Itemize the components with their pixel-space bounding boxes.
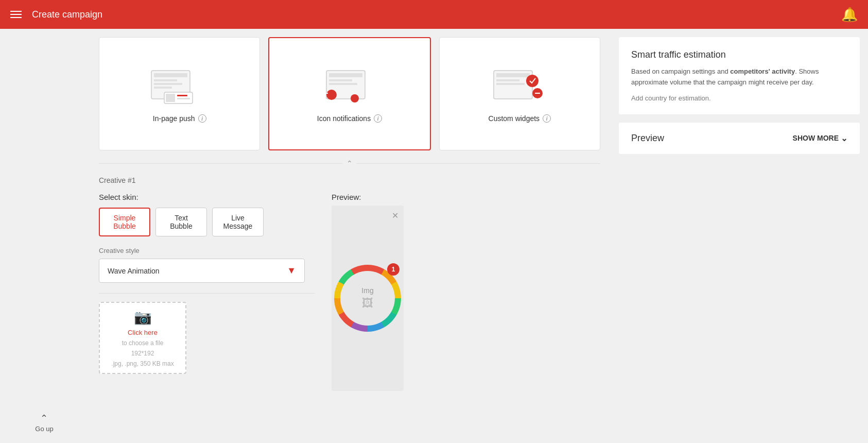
bell-icon[interactable]: 🔔 <box>841 7 858 23</box>
nav-left: Create campaign <box>10 9 102 20</box>
svg-rect-6 <box>166 94 175 102</box>
content-area: In-page push i <box>89 29 611 443</box>
smart-traffic-description: Based on campaign settings and competito… <box>631 66 847 88</box>
upload-image-icon: 📷 <box>134 309 152 326</box>
skin-buttons-row: Simple Bubble Text Bubble Live Message <box>99 208 315 236</box>
show-more-chevron-icon: ⌄ <box>841 133 847 143</box>
preview-canvas: ✕ Img 🖼 1 <box>332 206 404 391</box>
preview-panel-card: Preview SHOW MORE ⌄ <box>619 123 860 154</box>
svg-rect-19 <box>496 73 530 77</box>
in-page-push-info-icon[interactable]: i <box>198 114 206 123</box>
upload-format-text: .jpg, .png, 350 KB max <box>111 360 173 367</box>
svg-rect-14 <box>319 66 325 67</box>
preview-icon-wrapper: Img 🖼 1 <box>332 262 404 334</box>
skin-btn-text-bubble[interactable]: Text Bubble <box>155 208 207 236</box>
left-sidebar: ⌃ Go up <box>0 29 89 443</box>
icon-notifications-info-icon[interactable]: i <box>374 114 382 123</box>
svg-rect-2 <box>154 79 177 81</box>
upload-area[interactable]: 📷 Click here to choose a file 192*192 .j… <box>99 302 186 374</box>
smart-traffic-card: Smart traffic estimation Based on campai… <box>619 37 860 114</box>
style-dropdown[interactable]: Wave Animation ▼ <box>99 259 305 283</box>
svg-rect-8 <box>177 98 190 99</box>
dropdown-arrow-icon: ▼ <box>287 265 296 276</box>
section-divider <box>99 293 315 294</box>
type-cards-row: In-page push i <box>99 37 600 150</box>
preview-section: Preview: ✕ Img 🖼 1 <box>332 193 404 391</box>
wave-ring-inner: Img 🖼 <box>340 271 395 326</box>
smart-traffic-title: Smart traffic estimation <box>631 49 847 60</box>
show-more-button[interactable]: SHOW MORE ⌄ <box>793 133 847 143</box>
img-label: Img <box>361 286 373 295</box>
skin-btn-live-message[interactable]: Live Message <box>212 208 264 236</box>
in-page-push-icon <box>149 65 211 106</box>
smart-traffic-add-country: Add country for estimation. <box>631 94 847 102</box>
svg-rect-4 <box>154 87 172 89</box>
svg-point-15 <box>351 94 359 103</box>
custom-widgets-icon <box>489 65 550 106</box>
go-up-button[interactable]: ⌃ Go up <box>35 413 53 433</box>
type-card-icon-notifications[interactable]: Icon notifications i <box>268 37 430 150</box>
page-title: Create campaign <box>32 9 102 20</box>
svg-point-13 <box>326 90 337 100</box>
style-dropdown-value: Wave Animation <box>108 267 160 275</box>
go-up-label: Go up <box>35 425 53 433</box>
upload-click-text[interactable]: Click here <box>128 329 158 336</box>
preview-label: Preview: <box>332 193 404 201</box>
svg-rect-3 <box>154 83 182 85</box>
skin-btn-simple-bubble[interactable]: Simple Bubble <box>99 208 150 236</box>
svg-point-22 <box>526 75 539 87</box>
creative-style-label: Creative style <box>99 247 315 254</box>
svg-rect-20 <box>496 79 519 81</box>
svg-rect-7 <box>177 95 187 96</box>
svg-rect-11 <box>329 79 352 81</box>
upload-sub-text: to choose a file <box>122 339 164 347</box>
preview-panel-title: Preview <box>631 133 664 144</box>
custom-widgets-label: Custom widgets i <box>489 114 551 123</box>
custom-widgets-info-icon[interactable]: i <box>543 114 551 123</box>
type-card-in-page-push[interactable]: In-page push i <box>99 37 260 150</box>
in-page-push-label: In-page push i <box>153 114 206 123</box>
chevron-up-icon: ⌃ <box>342 159 357 167</box>
show-more-label: SHOW MORE <box>793 134 839 142</box>
img-placeholder-icon: 🖼 <box>362 297 373 310</box>
type-card-custom-widgets[interactable]: Custom widgets i <box>439 37 600 150</box>
svg-rect-21 <box>496 83 525 85</box>
svg-rect-10 <box>329 73 362 77</box>
creative-number-label: Creative #1 <box>99 176 600 184</box>
divider-chevron: ⌃ <box>99 159 600 168</box>
hamburger-menu[interactable] <box>10 11 22 18</box>
creative-section: Creative #1 Select skin: Simple Bubble T… <box>99 176 600 391</box>
badge-number: 1 <box>387 263 400 276</box>
svg-rect-12 <box>329 83 357 85</box>
main-layout: ⌃ Go up <box>0 29 868 443</box>
top-navigation: Create campaign 🔔 <box>0 0 868 29</box>
icon-notifications-label: Icon notifications i <box>317 114 382 123</box>
right-panel: Smart traffic estimation Based on campai… <box>611 29 868 443</box>
select-skin-label: Select skin: <box>99 193 315 201</box>
icon-notifications-icon <box>319 65 380 106</box>
go-up-arrow-icon: ⌃ <box>40 413 48 424</box>
upload-size-text: 192*192 <box>131 350 154 357</box>
preview-close-icon[interactable]: ✕ <box>392 211 398 220</box>
svg-rect-1 <box>154 73 187 77</box>
